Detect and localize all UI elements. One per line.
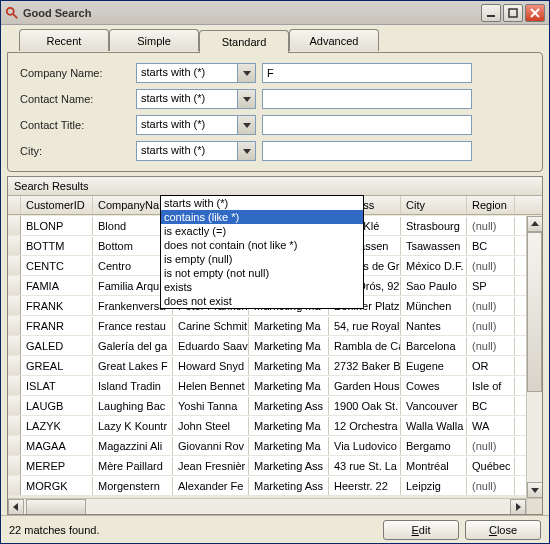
- search-panel: Company Name: starts with (*) Contact Na…: [7, 52, 543, 172]
- table-cell: MAGAA: [21, 437, 93, 455]
- chevron-down-icon[interactable]: [237, 142, 255, 160]
- scroll-up-button[interactable]: [527, 216, 542, 232]
- operator-option[interactable]: is not empty (not null): [161, 266, 363, 280]
- table-row[interactable]: MORGKMorgensternAlexander FeMarketing As…: [8, 476, 526, 496]
- table-cell: GALED: [21, 337, 93, 355]
- operator-option[interactable]: does not contain (not like *): [161, 238, 363, 252]
- table-cell: ISLAT: [21, 377, 93, 395]
- window: Good Search Recent Simple Standard Advan…: [0, 0, 550, 544]
- table-row[interactable]: FRANRFrance restauCarine SchmitMarketing…: [8, 316, 526, 336]
- table-row[interactable]: ISLATIsland TradinHelen BennetMarketing …: [8, 376, 526, 396]
- table-row[interactable]: MAGAAMagazzini AliGiovanni RovMarketing …: [8, 436, 526, 456]
- table-cell: Island Tradin: [93, 377, 173, 395]
- close-window-button[interactable]: [525, 4, 545, 22]
- close-button[interactable]: Close: [465, 520, 541, 540]
- tab-recent[interactable]: Recent: [19, 29, 109, 51]
- operator-option[interactable]: is exactly (=): [161, 224, 363, 238]
- table-cell: Great Lakes F: [93, 357, 173, 375]
- table-row[interactable]: GALEDGalería del gaEduardo SaavMarketing…: [8, 336, 526, 356]
- table-cell: Laughing Bac: [93, 397, 173, 415]
- table-cell: Rambla de Ca: [329, 337, 401, 355]
- table-cell: SP: [467, 277, 515, 295]
- contact-title-input[interactable]: [262, 115, 472, 135]
- table-cell: Eduardo Saav: [173, 337, 249, 355]
- table-cell: Galería del ga: [93, 337, 173, 355]
- table-cell: 43 rue St. La: [329, 457, 401, 475]
- table-cell: Alexander Fe: [173, 477, 249, 495]
- table-cell: France restau: [93, 317, 173, 335]
- table-cell: Walla Walla: [401, 417, 467, 435]
- scroll-corner: [526, 498, 542, 514]
- table-cell: Marketing Ma: [249, 437, 329, 455]
- contact-name-op[interactable]: starts with (*): [136, 89, 256, 109]
- svg-marker-11: [531, 488, 539, 493]
- chevron-down-icon[interactable]: [237, 116, 255, 134]
- column-header[interactable]: [8, 196, 21, 214]
- operator-option[interactable]: does not exist: [161, 294, 363, 308]
- table-cell: BC: [467, 397, 515, 415]
- operator-option[interactable]: contains (like *): [161, 210, 363, 224]
- vertical-scrollbar[interactable]: [526, 216, 542, 498]
- column-header[interactable]: Region: [467, 196, 515, 214]
- table-cell: (null): [467, 337, 515, 355]
- table-row[interactable]: MEREPMère PaillardJean FresnièrMarketing…: [8, 456, 526, 476]
- table-cell: (null): [467, 217, 515, 235]
- table-cell: Marketing Ass: [249, 397, 329, 415]
- table-cell: GREAL: [21, 357, 93, 375]
- table-row[interactable]: GREALGreat Lakes FHoward SnydMarketing M…: [8, 356, 526, 376]
- maximize-button[interactable]: [503, 4, 523, 22]
- table-cell: LAZYK: [21, 417, 93, 435]
- table-cell: MEREP: [21, 457, 93, 475]
- chevron-down-icon[interactable]: [237, 90, 255, 108]
- scroll-down-button[interactable]: [527, 482, 542, 498]
- chevron-down-icon[interactable]: [237, 64, 255, 82]
- scroll-left-button[interactable]: [8, 499, 24, 514]
- table-cell: WA: [467, 417, 515, 435]
- operator-option[interactable]: is empty (null): [161, 252, 363, 266]
- contact-name-input[interactable]: [262, 89, 472, 109]
- svg-line-1: [13, 13, 17, 17]
- table-cell: Leipzig: [401, 477, 467, 495]
- table-cell: Howard Snyd: [173, 357, 249, 375]
- svg-marker-7: [243, 97, 251, 102]
- table-cell: 12 Orchestra: [329, 417, 401, 435]
- titlebar: Good Search: [1, 1, 549, 25]
- svg-point-0: [7, 7, 14, 14]
- status-bar: 22 matches found. Edit Close: [1, 515, 549, 543]
- table-cell: Heerstr. 22: [329, 477, 401, 495]
- company-name-op[interactable]: starts with (*): [136, 63, 256, 83]
- table-cell: Giovanni Rov: [173, 437, 249, 455]
- table-row[interactable]: LAZYKLazy K KountrJohn SteelMarketing Ma…: [8, 416, 526, 436]
- column-header[interactable]: City: [401, 196, 467, 214]
- table-cell: FAMIA: [21, 277, 93, 295]
- table-cell: Yoshi Tanna: [173, 397, 249, 415]
- table-cell: Garden Hous: [329, 377, 401, 395]
- edit-button[interactable]: Edit: [383, 520, 459, 540]
- operator-option[interactable]: exists: [161, 280, 363, 294]
- horizontal-scrollbar[interactable]: [8, 498, 526, 514]
- svg-marker-10: [531, 221, 539, 226]
- table-cell: Sao Paulo: [401, 277, 467, 295]
- column-header[interactable]: CustomerID: [21, 196, 93, 214]
- tab-advanced[interactable]: Advanced: [289, 29, 379, 51]
- city-input[interactable]: [262, 141, 472, 161]
- table-cell: Marketing Ma: [249, 337, 329, 355]
- scroll-right-button[interactable]: [510, 499, 526, 514]
- scrollbar-thumb[interactable]: [26, 499, 86, 514]
- table-cell: Barcelona: [401, 337, 467, 355]
- contact-name-label: Contact Name:: [20, 93, 130, 105]
- operator-option[interactable]: starts with (*): [161, 196, 363, 210]
- table-cell: Tsawassen: [401, 237, 467, 255]
- minimize-button[interactable]: [481, 4, 501, 22]
- contact-title-op[interactable]: starts with (*): [136, 115, 256, 135]
- table-cell: Québec: [467, 457, 515, 475]
- scrollbar-thumb[interactable]: [527, 232, 542, 392]
- table-cell: MORGK: [21, 477, 93, 495]
- company-name-input[interactable]: [262, 63, 472, 83]
- table-row[interactable]: LAUGBLaughing BacYoshi TannaMarketing As…: [8, 396, 526, 416]
- svg-rect-3: [509, 9, 517, 17]
- tab-simple[interactable]: Simple: [109, 29, 199, 51]
- table-cell: Lazy K Kountr: [93, 417, 173, 435]
- tab-standard[interactable]: Standard: [199, 30, 289, 53]
- city-op[interactable]: starts with (*): [136, 141, 256, 161]
